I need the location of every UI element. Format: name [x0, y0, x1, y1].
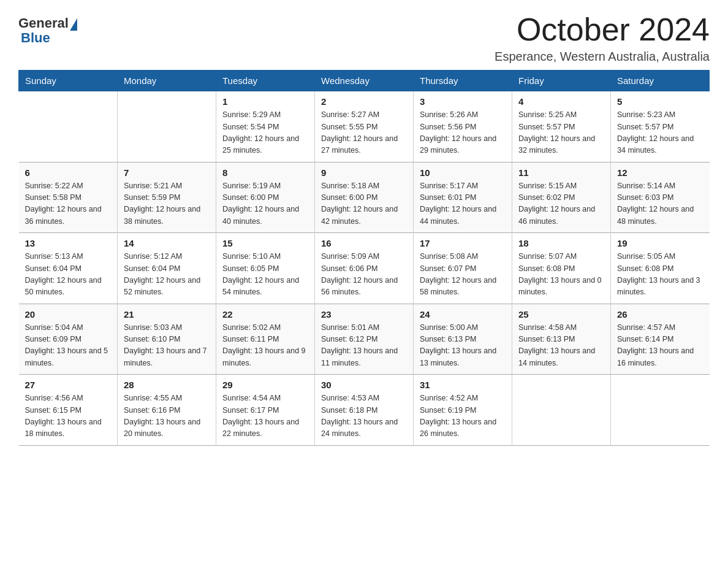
day-info: Sunrise: 5:14 AM Sunset: 6:03 PM Dayligh…	[617, 180, 703, 228]
day-number: 10	[420, 167, 506, 178]
day-number: 3	[420, 96, 506, 107]
day-number: 24	[420, 309, 506, 320]
day-info: Sunrise: 5:29 AM Sunset: 5:54 PM Dayligh…	[222, 109, 308, 157]
calendar-cell: 26Sunrise: 4:57 AM Sunset: 6:14 PM Dayli…	[611, 304, 710, 375]
day-info: Sunrise: 5:12 AM Sunset: 6:04 PM Dayligh…	[124, 251, 210, 299]
day-info: Sunrise: 5:05 AM Sunset: 6:08 PM Dayligh…	[617, 251, 703, 299]
calendar-cell: 19Sunrise: 5:05 AM Sunset: 6:08 PM Dayli…	[611, 233, 710, 304]
day-number: 16	[321, 238, 407, 248]
calendar-cell	[118, 91, 216, 163]
calendar-cell: 30Sunrise: 4:53 AM Sunset: 6:18 PM Dayli…	[315, 375, 414, 446]
month-title: October 2024	[495, 12, 710, 47]
column-header-wednesday: Wednesday	[315, 71, 414, 91]
day-number: 7	[124, 167, 210, 178]
day-number: 5	[617, 96, 703, 107]
calendar-cell	[611, 375, 710, 446]
day-number: 14	[124, 238, 210, 248]
day-info: Sunrise: 4:58 AM Sunset: 6:13 PM Dayligh…	[518, 322, 604, 370]
day-info: Sunrise: 5:22 AM Sunset: 5:58 PM Dayligh…	[25, 180, 112, 228]
day-info: Sunrise: 5:09 AM Sunset: 6:06 PM Dayligh…	[321, 251, 407, 299]
day-info: Sunrise: 5:23 AM Sunset: 5:57 PM Dayligh…	[617, 109, 703, 157]
calendar-cell: 9Sunrise: 5:18 AM Sunset: 6:00 PM Daylig…	[315, 162, 414, 233]
day-number: 6	[25, 167, 112, 178]
calendar-cell: 14Sunrise: 5:12 AM Sunset: 6:04 PM Dayli…	[118, 233, 216, 304]
column-header-tuesday: Tuesday	[216, 71, 315, 91]
day-info: Sunrise: 4:53 AM Sunset: 6:18 PM Dayligh…	[321, 393, 407, 440]
day-info: Sunrise: 4:55 AM Sunset: 6:16 PM Dayligh…	[124, 393, 210, 440]
day-number: 17	[420, 238, 506, 248]
calendar-cell: 2Sunrise: 5:27 AM Sunset: 5:55 PM Daylig…	[315, 91, 414, 163]
day-number: 12	[617, 167, 703, 178]
day-number: 11	[518, 167, 604, 178]
calendar-header: SundayMondayTuesdayWednesdayThursdayFrid…	[19, 71, 710, 91]
calendar-cell	[19, 91, 118, 163]
day-number: 22	[222, 309, 308, 320]
day-number: 18	[518, 238, 604, 248]
calendar-cell: 15Sunrise: 5:10 AM Sunset: 6:05 PM Dayli…	[216, 233, 315, 304]
calendar-week-4: 20Sunrise: 5:04 AM Sunset: 6:09 PM Dayli…	[19, 304, 710, 375]
calendar-cell: 7Sunrise: 5:21 AM Sunset: 5:59 PM Daylig…	[118, 162, 216, 233]
calendar-cell: 20Sunrise: 5:04 AM Sunset: 6:09 PM Dayli…	[19, 304, 118, 375]
calendar-cell: 10Sunrise: 5:17 AM Sunset: 6:01 PM Dayli…	[414, 162, 512, 233]
day-number: 20	[25, 309, 112, 320]
day-number: 31	[420, 380, 506, 390]
logo-blue-text: Blue	[21, 30, 50, 45]
day-info: Sunrise: 5:17 AM Sunset: 6:01 PM Dayligh…	[420, 180, 506, 228]
day-number: 13	[25, 238, 112, 248]
day-info: Sunrise: 5:18 AM Sunset: 6:00 PM Dayligh…	[321, 180, 407, 228]
day-number: 23	[321, 309, 407, 320]
calendar-cell: 22Sunrise: 5:02 AM Sunset: 6:11 PM Dayli…	[216, 304, 315, 375]
day-number: 30	[321, 380, 407, 390]
day-number: 4	[518, 96, 604, 107]
day-number: 19	[617, 238, 703, 248]
day-number: 8	[222, 167, 308, 178]
day-number: 15	[222, 238, 308, 248]
day-info: Sunrise: 5:10 AM Sunset: 6:05 PM Dayligh…	[222, 251, 308, 299]
day-info: Sunrise: 4:52 AM Sunset: 6:19 PM Dayligh…	[420, 393, 506, 440]
day-number: 29	[222, 380, 308, 390]
calendar-cell: 21Sunrise: 5:03 AM Sunset: 6:10 PM Dayli…	[118, 304, 216, 375]
page-header: General Blue October 2024 Esperance, Wes…	[18, 12, 710, 64]
calendar-cell: 1Sunrise: 5:29 AM Sunset: 5:54 PM Daylig…	[216, 91, 315, 163]
day-info: Sunrise: 5:01 AM Sunset: 6:12 PM Dayligh…	[321, 322, 407, 370]
day-number: 9	[321, 167, 407, 178]
logo-general-text: General	[18, 15, 69, 31]
calendar-cell	[512, 375, 611, 446]
calendar-week-5: 27Sunrise: 4:56 AM Sunset: 6:15 PM Dayli…	[19, 375, 710, 446]
day-number: 25	[518, 309, 604, 320]
calendar-body: 1Sunrise: 5:29 AM Sunset: 5:54 PM Daylig…	[19, 91, 710, 446]
day-number: 21	[124, 309, 210, 320]
calendar-cell: 11Sunrise: 5:15 AM Sunset: 6:02 PM Dayli…	[512, 162, 611, 233]
calendar-week-2: 6Sunrise: 5:22 AM Sunset: 5:58 PM Daylig…	[19, 162, 710, 233]
column-header-friday: Friday	[512, 71, 611, 91]
calendar-cell: 8Sunrise: 5:19 AM Sunset: 6:00 PM Daylig…	[216, 162, 315, 233]
logo: General Blue	[18, 12, 78, 46]
day-info: Sunrise: 5:02 AM Sunset: 6:11 PM Dayligh…	[222, 322, 308, 370]
calendar-cell: 6Sunrise: 5:22 AM Sunset: 5:58 PM Daylig…	[19, 162, 118, 233]
title-area: October 2024 Esperance, Western Australi…	[495, 12, 710, 64]
calendar-table: SundayMondayTuesdayWednesdayThursdayFrid…	[18, 70, 710, 446]
day-info: Sunrise: 4:57 AM Sunset: 6:14 PM Dayligh…	[617, 322, 703, 370]
calendar-cell: 17Sunrise: 5:08 AM Sunset: 6:07 PM Dayli…	[414, 233, 512, 304]
calendar-cell: 5Sunrise: 5:23 AM Sunset: 5:57 PM Daylig…	[611, 91, 710, 163]
calendar-cell: 31Sunrise: 4:52 AM Sunset: 6:19 PM Dayli…	[414, 375, 512, 446]
day-info: Sunrise: 5:25 AM Sunset: 5:57 PM Dayligh…	[518, 109, 604, 157]
calendar-cell: 27Sunrise: 4:56 AM Sunset: 6:15 PM Dayli…	[19, 375, 118, 446]
calendar-cell: 29Sunrise: 4:54 AM Sunset: 6:17 PM Dayli…	[216, 375, 315, 446]
calendar-week-3: 13Sunrise: 5:13 AM Sunset: 6:04 PM Dayli…	[19, 233, 710, 304]
calendar-week-1: 1Sunrise: 5:29 AM Sunset: 5:54 PM Daylig…	[19, 91, 710, 163]
calendar-cell: 18Sunrise: 5:07 AM Sunset: 6:08 PM Dayli…	[512, 233, 611, 304]
day-number: 28	[124, 380, 210, 390]
calendar-cell: 24Sunrise: 5:00 AM Sunset: 6:13 PM Dayli…	[414, 304, 512, 375]
day-info: Sunrise: 4:54 AM Sunset: 6:17 PM Dayligh…	[222, 393, 308, 440]
calendar-cell: 3Sunrise: 5:26 AM Sunset: 5:56 PM Daylig…	[414, 91, 512, 163]
day-info: Sunrise: 5:03 AM Sunset: 6:10 PM Dayligh…	[124, 322, 210, 370]
day-number: 27	[25, 380, 112, 390]
calendar-cell: 4Sunrise: 5:25 AM Sunset: 5:57 PM Daylig…	[512, 91, 611, 163]
column-header-thursday: Thursday	[414, 71, 512, 91]
calendar-cell: 12Sunrise: 5:14 AM Sunset: 6:03 PM Dayli…	[611, 162, 710, 233]
day-info: Sunrise: 5:07 AM Sunset: 6:08 PM Dayligh…	[518, 251, 604, 299]
day-info: Sunrise: 5:26 AM Sunset: 5:56 PM Dayligh…	[420, 109, 506, 157]
calendar-cell: 28Sunrise: 4:55 AM Sunset: 6:16 PM Dayli…	[118, 375, 216, 446]
day-info: Sunrise: 5:04 AM Sunset: 6:09 PM Dayligh…	[25, 322, 112, 370]
